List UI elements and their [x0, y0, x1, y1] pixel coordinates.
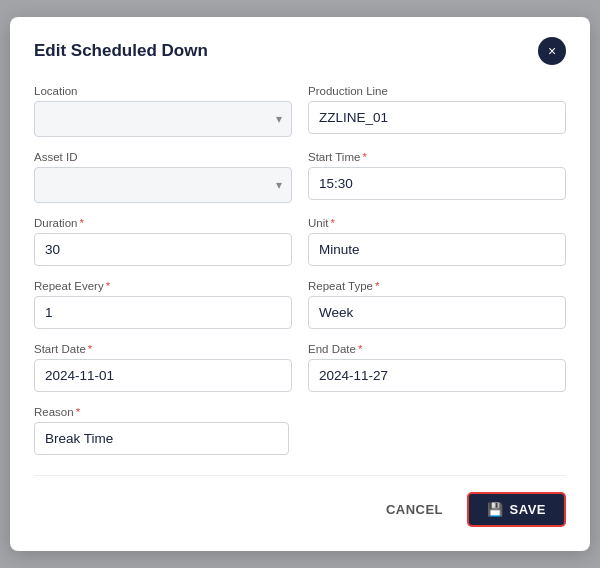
- location-label: Location: [34, 85, 292, 97]
- modal-title: Edit Scheduled Down: [34, 41, 208, 61]
- modal-footer: CANCEL 💾 SAVE: [34, 475, 566, 527]
- repeat-every-label: Repeat Every*: [34, 280, 292, 292]
- unit-input[interactable]: [308, 233, 566, 266]
- save-icon: 💾: [487, 502, 504, 517]
- end-date-input[interactable]: [308, 359, 566, 392]
- repeat-type-input[interactable]: [308, 296, 566, 329]
- close-icon: ×: [548, 44, 556, 58]
- repeat-type-label: Repeat Type*: [308, 280, 566, 292]
- cancel-button[interactable]: CANCEL: [374, 494, 455, 525]
- duration-required: *: [79, 217, 83, 229]
- start-time-group: Start Time*: [308, 151, 566, 203]
- production-line-group: Production Line: [308, 85, 566, 137]
- production-line-input[interactable]: [308, 101, 566, 134]
- form-grid: Location ▾ Production Line Asset ID: [34, 85, 566, 455]
- save-label: SAVE: [510, 502, 546, 517]
- location-group: Location ▾: [34, 85, 292, 137]
- location-select-wrapper: ▾: [34, 101, 292, 137]
- start-time-required: *: [362, 151, 366, 163]
- reason-label: Reason*: [34, 406, 566, 418]
- unit-label: Unit*: [308, 217, 566, 229]
- duration-group: Duration*: [34, 217, 292, 266]
- save-button[interactable]: 💾 SAVE: [467, 492, 566, 527]
- repeat-type-required: *: [375, 280, 379, 292]
- start-date-required: *: [88, 343, 92, 355]
- modal-container: Edit Scheduled Down × Location ▾ Product…: [10, 17, 590, 551]
- start-time-input[interactable]: [308, 167, 566, 200]
- asset-id-select[interactable]: [34, 167, 292, 203]
- repeat-type-group: Repeat Type*: [308, 280, 566, 329]
- repeat-every-group: Repeat Every*: [34, 280, 292, 329]
- repeat-every-input[interactable]: [34, 296, 292, 329]
- modal-overlay: Edit Scheduled Down × Location ▾ Product…: [0, 0, 600, 568]
- unit-required: *: [330, 217, 334, 229]
- start-date-label: Start Date*: [34, 343, 292, 355]
- reason-group: Reason*: [34, 406, 566, 455]
- close-button[interactable]: ×: [538, 37, 566, 65]
- asset-id-label: Asset ID: [34, 151, 292, 163]
- repeat-every-required: *: [106, 280, 110, 292]
- end-date-required: *: [358, 343, 362, 355]
- location-select[interactable]: [34, 101, 292, 137]
- start-date-group: Start Date*: [34, 343, 292, 392]
- asset-id-select-wrapper: ▾: [34, 167, 292, 203]
- start-date-input[interactable]: [34, 359, 292, 392]
- end-date-label: End Date*: [308, 343, 566, 355]
- duration-label: Duration*: [34, 217, 292, 229]
- duration-input[interactable]: [34, 233, 292, 266]
- end-date-group: End Date*: [308, 343, 566, 392]
- production-line-label: Production Line: [308, 85, 566, 97]
- reason-required: *: [76, 406, 80, 418]
- reason-input[interactable]: [34, 422, 289, 455]
- modal-header: Edit Scheduled Down ×: [34, 37, 566, 65]
- unit-group: Unit*: [308, 217, 566, 266]
- start-time-label: Start Time*: [308, 151, 566, 163]
- asset-id-group: Asset ID ▾: [34, 151, 292, 203]
